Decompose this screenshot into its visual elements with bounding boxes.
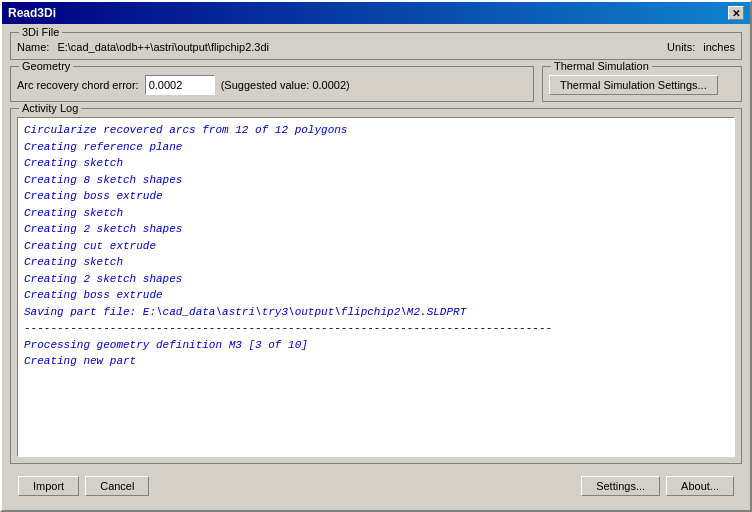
thermal-group-label: Thermal Simulation — [551, 60, 652, 72]
log-line: Creating 2 sketch shapes — [24, 271, 728, 288]
cancel-button[interactable]: Cancel — [85, 476, 149, 496]
middle-row: Geometry Arc recovery chord error: (Sugg… — [10, 66, 742, 102]
bottom-bar: Import Cancel Settings... About... — [10, 470, 742, 502]
geometry-group-label: Geometry — [19, 60, 73, 72]
thermal-settings-button[interactable]: Thermal Simulation Settings... — [549, 75, 718, 95]
import-button[interactable]: Import — [18, 476, 79, 496]
main-window: Read3Di ✕ 3Di File Name: E:\cad_data\odb… — [0, 0, 752, 512]
log-line: Creating new part — [24, 353, 728, 370]
activity-scroll[interactable]: Circularize recovered arcs from 12 of 12… — [18, 118, 734, 456]
file-path: E:\cad_data\odb++\astri\output\flipchip2… — [57, 41, 659, 53]
geometry-group: Geometry Arc recovery chord error: (Sugg… — [10, 66, 534, 102]
about-button[interactable]: About... — [666, 476, 734, 496]
settings-button[interactable]: Settings... — [581, 476, 660, 496]
log-line: Saving part file: E:\cad_data\astri\try3… — [24, 304, 728, 321]
log-line: Creating cut extrude — [24, 238, 728, 255]
activity-group-label: Activity Log — [19, 102, 81, 114]
log-line: Creating reference plane — [24, 139, 728, 156]
arc-suggested: (Suggested value: 0.0002) — [221, 79, 350, 91]
file-row: Name: E:\cad_data\odb++\astri\output\fli… — [17, 41, 735, 53]
file-group-label: 3Di File — [19, 26, 62, 38]
thermal-group: Thermal Simulation Thermal Simulation Se… — [542, 66, 742, 102]
units-value: inches — [703, 41, 735, 53]
window-title: Read3Di — [8, 6, 56, 20]
name-label: Name: — [17, 41, 49, 53]
log-line: ----------------------------------------… — [24, 320, 728, 337]
geometry-row: Arc recovery chord error: (Suggested val… — [17, 75, 527, 95]
log-line: Creating 8 sketch shapes — [24, 172, 728, 189]
log-line: Creating sketch — [24, 155, 728, 172]
log-line: Creating sketch — [24, 254, 728, 271]
log-line: Processing geometry definition M3 [3 of … — [24, 337, 728, 354]
bottom-left-buttons: Import Cancel — [18, 476, 149, 496]
log-line: Circularize recovered arcs from 12 of 12… — [24, 122, 728, 139]
close-button[interactable]: ✕ — [728, 6, 744, 20]
log-line: Creating sketch — [24, 205, 728, 222]
title-bar: Read3Di ✕ — [2, 2, 750, 24]
arc-label: Arc recovery chord error: — [17, 79, 139, 91]
window-content: 3Di File Name: E:\cad_data\odb++\astri\o… — [2, 24, 750, 510]
units-label: Units: — [667, 41, 695, 53]
log-line: Creating boss extrude — [24, 188, 728, 205]
log-line: Creating boss extrude — [24, 287, 728, 304]
activity-log-content: Circularize recovered arcs from 12 of 12… — [17, 117, 735, 457]
arc-input[interactable] — [145, 75, 215, 95]
bottom-right-buttons: Settings... About... — [581, 476, 734, 496]
file-group: 3Di File Name: E:\cad_data\odb++\astri\o… — [10, 32, 742, 60]
activity-group: Activity Log Circularize recovered arcs … — [10, 108, 742, 464]
log-line: Creating 2 sketch shapes — [24, 221, 728, 238]
